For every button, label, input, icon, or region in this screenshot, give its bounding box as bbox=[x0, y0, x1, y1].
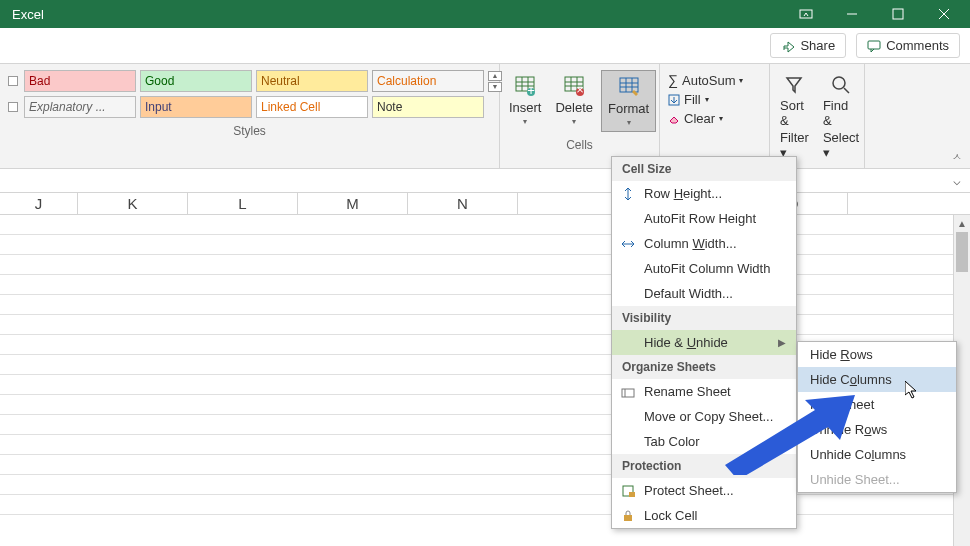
svg-rect-31 bbox=[629, 492, 635, 497]
svg-rect-20 bbox=[620, 78, 638, 92]
autosum-button[interactable]: ∑AutoSum▾ bbox=[668, 70, 761, 90]
menu-autofit-col[interactable]: AutoFit Column Width bbox=[612, 256, 796, 281]
scroll-up-icon[interactable]: ▲ bbox=[954, 215, 970, 232]
menu-rename-sheet[interactable]: Rename Sheet bbox=[612, 379, 796, 404]
styles-nav-up[interactable] bbox=[8, 76, 18, 86]
menu-section-protection: Protection bbox=[612, 454, 796, 478]
chevron-down-icon: ▾ bbox=[572, 117, 576, 126]
menu-col-width[interactable]: Column Width... bbox=[612, 231, 796, 256]
styles-nav-down[interactable] bbox=[8, 102, 18, 112]
titlebar: Excel bbox=[0, 0, 970, 28]
app-title: Excel bbox=[4, 7, 44, 22]
minimize-icon[interactable] bbox=[830, 0, 874, 28]
style-note[interactable]: Note bbox=[372, 96, 484, 118]
col-header-M[interactable]: M bbox=[298, 193, 408, 214]
fill-button[interactable]: Fill▾ bbox=[668, 90, 761, 109]
comments-button[interactable]: Comments bbox=[856, 33, 960, 58]
share-icon bbox=[781, 39, 795, 53]
format-label: Format bbox=[608, 101, 649, 116]
sigma-icon: ∑ bbox=[668, 72, 678, 88]
svg-line-27 bbox=[844, 88, 849, 93]
menu-unhide-sheet: Unhide Sheet... bbox=[798, 467, 956, 492]
filter-icon bbox=[782, 74, 806, 96]
insert-label: Insert bbox=[509, 100, 542, 115]
menu-hide-columns[interactable]: Hide Columns bbox=[798, 367, 956, 392]
svg-rect-2 bbox=[893, 9, 903, 19]
row-height-icon bbox=[620, 186, 636, 202]
menu-unhide-columns[interactable]: Unhide Columns bbox=[798, 442, 956, 467]
menu-unhide-rows[interactable]: Unhide Rows bbox=[798, 417, 956, 442]
svg-point-26 bbox=[833, 77, 845, 89]
menu-autofit-row[interactable]: AutoFit Row Height bbox=[612, 206, 796, 231]
svg-text:+: + bbox=[527, 83, 535, 97]
chevron-down-icon: ▾ bbox=[627, 118, 631, 127]
styles-group-label: Styles bbox=[8, 124, 491, 138]
hide-unhide-submenu: Hide Rows Hide Columns Hide Sheet Unhide… bbox=[797, 341, 957, 493]
menu-lock-cell[interactable]: Lock Cell bbox=[612, 503, 796, 528]
menu-default-width[interactable]: Default Width... bbox=[612, 281, 796, 306]
delete-label: Delete bbox=[555, 100, 593, 115]
delete-button[interactable]: × Delete ▾ bbox=[549, 70, 599, 132]
format-button[interactable]: Format ▾ bbox=[601, 70, 656, 132]
clear-button[interactable]: Clear▾ bbox=[668, 109, 761, 128]
cells-group: + Insert ▾ × Delete ▾ Format ▾ Cells bbox=[500, 64, 660, 168]
find-select-button[interactable]: Find & Select ▾ bbox=[817, 70, 865, 162]
share-label: Share bbox=[800, 38, 835, 53]
style-bad[interactable]: Bad bbox=[24, 70, 136, 92]
comments-icon bbox=[867, 39, 881, 53]
style-explanatory[interactable]: Explanatory ... bbox=[24, 96, 136, 118]
search-icon bbox=[829, 74, 853, 96]
menu-section-organize: Organize Sheets bbox=[612, 355, 796, 379]
style-input[interactable]: Input bbox=[140, 96, 252, 118]
style-good[interactable]: Good bbox=[140, 70, 252, 92]
svg-rect-0 bbox=[800, 10, 812, 18]
action-bar: Share Comments bbox=[0, 28, 970, 64]
col-header-N[interactable]: N bbox=[408, 193, 518, 214]
ribbon: Bad Good Neutral Calculation ▲▼ Explanat… bbox=[0, 64, 970, 169]
protect-icon bbox=[620, 483, 636, 499]
menu-row-height[interactable]: Row Height... bbox=[612, 181, 796, 206]
svg-rect-28 bbox=[622, 389, 634, 397]
fill-icon bbox=[668, 94, 680, 106]
sort-find-group: Sort & Filter ▾ Find & Select ▾ bbox=[770, 64, 865, 168]
close-icon[interactable] bbox=[922, 0, 966, 28]
col-header-K[interactable]: K bbox=[78, 193, 188, 214]
menu-section-visibility: Visibility bbox=[612, 306, 796, 330]
cells-group-label: Cells bbox=[504, 138, 655, 152]
scroll-thumb[interactable] bbox=[956, 232, 968, 272]
ribbon-display-icon[interactable] bbox=[784, 0, 828, 28]
menu-move-copy[interactable]: Move or Copy Sheet... bbox=[612, 404, 796, 429]
lock-icon bbox=[620, 508, 636, 524]
svg-rect-32 bbox=[624, 515, 632, 521]
menu-hide-sheet[interactable]: Hide Sheet bbox=[798, 392, 956, 417]
style-neutral[interactable]: Neutral bbox=[256, 70, 368, 92]
submenu-arrow-icon: ▶ bbox=[778, 337, 786, 348]
submenu-arrow-icon: ▶ bbox=[778, 436, 786, 447]
share-button[interactable]: Share bbox=[770, 33, 846, 58]
formula-bar[interactable]: ⌵ bbox=[0, 169, 970, 193]
column-headers: J K L M N Q bbox=[0, 193, 970, 215]
maximize-icon[interactable] bbox=[876, 0, 920, 28]
style-linked-cell[interactable]: Linked Cell bbox=[256, 96, 368, 118]
menu-hide-rows[interactable]: Hide Rows bbox=[798, 342, 956, 367]
col-header-L[interactable]: L bbox=[188, 193, 298, 214]
collapse-ribbon-icon[interactable]: ㅅ bbox=[952, 150, 962, 164]
editing-group: ∑AutoSum▾ Fill▾ Clear▾ bbox=[660, 64, 770, 168]
col-width-icon bbox=[620, 236, 636, 252]
formula-bar-expand-icon[interactable]: ⌵ bbox=[950, 173, 964, 187]
format-menu: Cell Size Row Height... AutoFit Row Heig… bbox=[611, 156, 797, 529]
menu-protect-sheet[interactable]: Protect Sheet... bbox=[612, 478, 796, 503]
style-calculation[interactable]: Calculation bbox=[372, 70, 484, 92]
sort-filter-button[interactable]: Sort & Filter ▾ bbox=[774, 70, 815, 162]
comments-label: Comments bbox=[886, 38, 949, 53]
styles-group: Bad Good Neutral Calculation ▲▼ Explanat… bbox=[0, 64, 500, 168]
window-buttons bbox=[784, 0, 966, 28]
menu-tab-color[interactable]: Tab Color▶ bbox=[612, 429, 796, 454]
format-icon bbox=[617, 75, 641, 99]
insert-button[interactable]: + Insert ▾ bbox=[503, 70, 548, 132]
col-header-J[interactable]: J bbox=[0, 193, 78, 214]
delete-icon: × bbox=[562, 74, 586, 98]
svg-text:×: × bbox=[576, 82, 584, 97]
menu-hide-unhide[interactable]: Hide & Unhide▶ bbox=[612, 330, 796, 355]
chevron-down-icon: ▾ bbox=[523, 117, 527, 126]
